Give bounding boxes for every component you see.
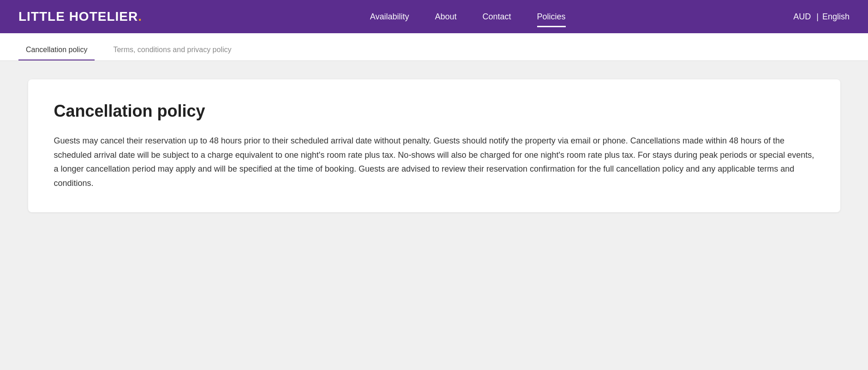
logo-text: LITTLE HOTELIER <box>18 9 138 24</box>
policy-card-title: Cancellation policy <box>54 101 814 121</box>
tab-terms-conditions[interactable]: Terms, conditions and privacy policy <box>106 40 239 60</box>
main-nav: Availability About Contact Policies <box>357 8 579 25</box>
currency-selector[interactable]: AUD <box>793 12 811 22</box>
tab-bar: Cancellation policy Terms, conditions an… <box>0 33 868 61</box>
nav-item-availability[interactable]: Availability <box>357 8 422 25</box>
main-content: Cancellation policy Guests may cancel th… <box>0 61 868 370</box>
nav-item-about[interactable]: About <box>422 8 469 25</box>
policy-card: Cancellation policy Guests may cancel th… <box>28 79 840 212</box>
header: LITTLE HOTELIER. Availability About Cont… <box>0 0 868 33</box>
nav-item-policies[interactable]: Policies <box>524 8 579 25</box>
language-selector[interactable]: English <box>822 12 850 22</box>
policy-card-body: Guests may cancel their reservation up t… <box>54 134 814 190</box>
nav-item-contact[interactable]: Contact <box>469 8 524 25</box>
logo-dot: . <box>138 9 142 24</box>
header-divider: | <box>816 12 819 22</box>
logo: LITTLE HOTELIER. <box>18 9 142 24</box>
header-right: AUD | English <box>793 12 850 22</box>
tab-cancellation-policy[interactable]: Cancellation policy <box>18 40 95 60</box>
